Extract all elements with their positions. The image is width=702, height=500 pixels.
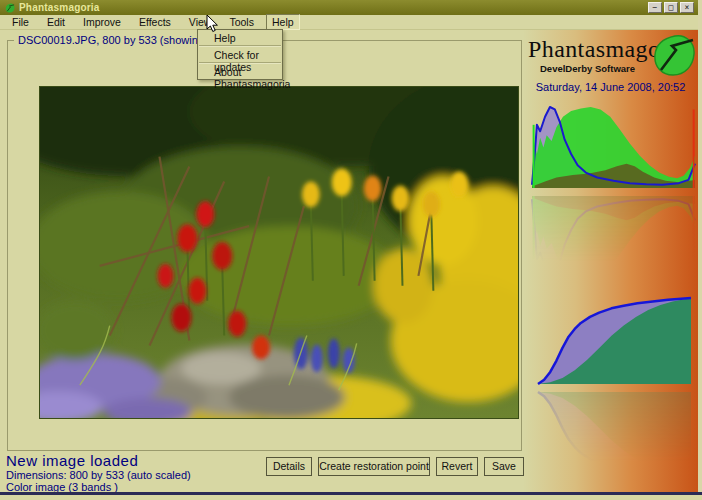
details-button[interactable]: Details xyxy=(266,457,312,476)
rgb-histogram xyxy=(530,101,697,283)
status-dimensions: Dimensions: 800 by 533 (auto scaled) xyxy=(6,469,191,481)
close-button[interactable]: × xyxy=(680,2,694,13)
photo-canvas xyxy=(39,86,519,419)
menu-tools[interactable]: Tools xyxy=(223,14,260,30)
window-bottom-strip xyxy=(0,495,702,500)
help-menu-item-about[interactable]: About Phantasmagoria xyxy=(198,64,282,79)
brand-logo-icon xyxy=(652,34,696,76)
help-menu-item-check-updates[interactable]: Check for updates xyxy=(198,47,282,62)
save-button[interactable]: Save xyxy=(484,457,524,476)
cumulative-histogram-reflection xyxy=(536,390,693,484)
title-bar: Phantasmagoria − □ × xyxy=(0,0,702,15)
revert-button[interactable]: Revert xyxy=(436,457,478,476)
status-headline: New image loaded xyxy=(6,452,138,469)
create-restoration-point-button[interactable]: Create restoration point xyxy=(318,457,430,476)
window-right-frame xyxy=(698,0,702,500)
mouse-cursor-icon xyxy=(206,14,220,34)
app-window: Phantasmagoria − □ × File Edit Improve E… xyxy=(0,0,702,500)
garden-photo xyxy=(40,87,518,418)
maximize-button[interactable]: □ xyxy=(664,2,678,13)
menu-improve[interactable]: Improve xyxy=(77,14,127,30)
menu-edit[interactable]: Edit xyxy=(41,14,71,30)
help-dropdown-menu: Help Check for updates About Phantasmago… xyxy=(197,29,283,80)
rgb-histogram-chart xyxy=(530,101,697,190)
menu-effects[interactable]: Effects xyxy=(133,14,177,30)
sidebar: Phantasmagoria DevelDerby Software Satur… xyxy=(523,30,698,492)
rgb-histogram-reflection xyxy=(530,194,697,283)
date-time-label: Saturday, 14 June 2008, 20:52 xyxy=(523,81,698,93)
menu-file[interactable]: File xyxy=(6,14,35,30)
company-name: DevelDerby Software xyxy=(540,63,635,74)
cumulative-histogram xyxy=(536,292,693,484)
minimize-button[interactable]: − xyxy=(648,2,662,13)
app-icon xyxy=(5,3,15,13)
image-panel: DSC00019.JPG, 800 by 533 (showing 727 by… xyxy=(7,40,522,451)
menu-help[interactable]: Help xyxy=(266,14,300,30)
menu-bar: File Edit Improve Effects View Tools Hel… xyxy=(0,15,702,30)
window-title: Phantasmagoria xyxy=(19,2,100,13)
cumulative-histogram-chart xyxy=(536,292,693,386)
